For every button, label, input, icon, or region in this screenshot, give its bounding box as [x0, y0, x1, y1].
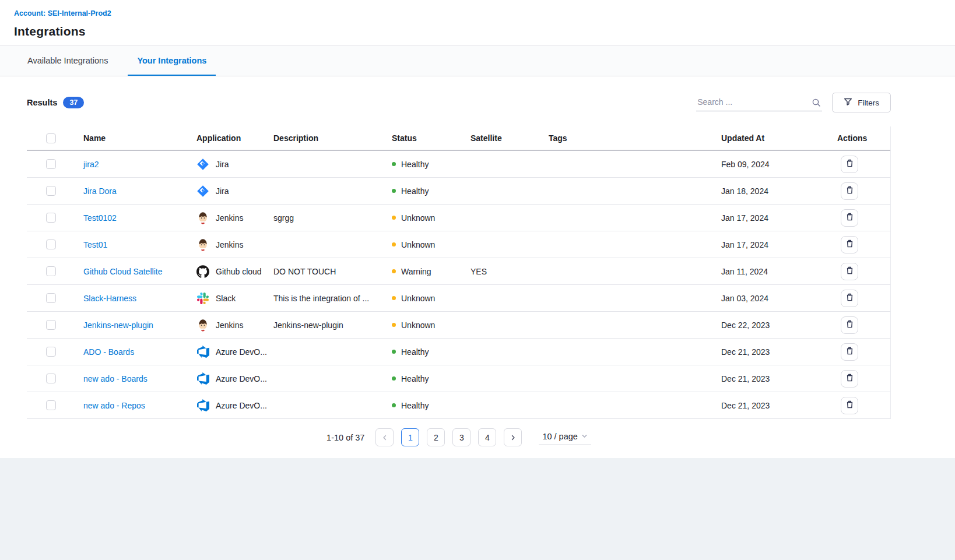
search-input[interactable] — [696, 94, 822, 111]
application-label: Jira — [216, 186, 229, 196]
trash-icon — [845, 159, 854, 170]
tab-your-integrations[interactable]: Your Integrations — [128, 46, 216, 76]
status-dot-icon — [392, 296, 396, 300]
integrations-panel: Results 37 Filters Name Application Des — [0, 76, 955, 458]
status-dot-icon — [392, 269, 396, 273]
trash-icon — [845, 373, 854, 384]
integration-name-link[interactable]: ADO - Boards — [83, 347, 134, 357]
pagination-range: 1-10 of 37 — [326, 433, 364, 442]
integration-name-link[interactable]: new ado - Repos — [83, 401, 145, 410]
status-label: Warning — [401, 267, 431, 276]
integration-name-link[interactable]: Test0102 — [83, 213, 117, 223]
application-label: Jenkins — [216, 240, 243, 249]
delete-button[interactable] — [841, 290, 858, 307]
row-checkbox[interactable] — [46, 320, 56, 330]
slack-icon — [196, 292, 209, 305]
delete-button[interactable] — [841, 156, 858, 173]
delete-button[interactable] — [841, 316, 858, 334]
table-row: Jira Dora Jira Healthy Jan 18, 2024 — [27, 178, 890, 205]
row-updated-at: Feb 09, 2024 — [721, 160, 837, 169]
row-checkbox[interactable] — [46, 159, 56, 169]
column-header-application: Application — [196, 133, 273, 143]
status-label: Healthy — [401, 374, 429, 383]
status-label: Unknown — [401, 213, 435, 223]
table-row: Test0102 Jenkins sgrgg Unknown Jan 17, 2… — [27, 205, 890, 231]
row-updated-at: Jan 18, 2024 — [721, 186, 837, 196]
search-box — [696, 94, 822, 111]
trash-icon — [845, 293, 854, 304]
filters-button[interactable]: Filters — [832, 93, 891, 112]
column-header-name: Name — [83, 133, 196, 143]
application-label: Github cloud — [216, 267, 262, 276]
page-size-label: 10 / page — [542, 432, 577, 441]
toolbar: Results 37 Filters — [27, 76, 891, 112]
table-row: new ado - Boards Azure DevO... Healthy D… — [27, 365, 890, 392]
integration-name-link[interactable]: Jenkins-new-plugin — [83, 320, 153, 330]
next-page-button[interactable] — [504, 428, 522, 446]
integration-name-link[interactable]: Github Cloud Satellite — [83, 267, 162, 276]
page-button-4[interactable]: 4 — [478, 428, 496, 446]
page-buttons: 1234 — [401, 428, 496, 446]
status-label: Unknown — [401, 320, 435, 330]
table-row: ADO - Boards Azure DevO... Healthy Dec 2… — [27, 339, 890, 365]
github-icon — [196, 265, 209, 278]
integration-name-link[interactable]: Test01 — [83, 240, 107, 249]
account-breadcrumb[interactable]: Account: SEI-Internal-Prod2 — [14, 9, 111, 17]
integration-name-link[interactable]: new ado - Boards — [83, 374, 148, 383]
filters-button-label: Filters — [858, 98, 879, 107]
delete-button[interactable] — [841, 236, 858, 253]
status-label: Unknown — [401, 294, 435, 303]
row-checkbox[interactable] — [46, 347, 56, 357]
status-dot-icon — [392, 162, 396, 166]
tab-bar: Available Integrations Your Integrations — [0, 46, 955, 76]
delete-button[interactable] — [841, 209, 858, 227]
page-size-select[interactable]: 10 / page — [539, 429, 591, 445]
application-label: Jenkins — [216, 213, 243, 223]
tab-available-integrations[interactable]: Available Integrations — [18, 46, 117, 76]
status-label: Healthy — [401, 347, 429, 357]
row-checkbox[interactable] — [46, 374, 56, 383]
integration-name-link[interactable]: Slack-Harness — [83, 294, 136, 303]
status-dot-icon — [392, 350, 396, 354]
trash-icon — [845, 239, 854, 250]
row-checkbox[interactable] — [46, 213, 56, 223]
azure-devops-icon — [196, 399, 209, 412]
trash-icon — [845, 185, 854, 196]
status-label: Healthy — [401, 186, 429, 196]
jenkins-icon — [196, 238, 209, 251]
status-label: Healthy — [401, 401, 429, 410]
row-checkbox[interactable] — [46, 266, 56, 276]
column-header-actions: Actions — [837, 133, 890, 143]
status-dot-icon — [392, 403, 396, 407]
row-updated-at: Jan 17, 2024 — [721, 213, 837, 223]
page-button-3[interactable]: 3 — [452, 428, 471, 446]
status-label: Unknown — [401, 240, 435, 249]
chevron-right-icon — [510, 434, 517, 441]
status-dot-icon — [392, 242, 396, 246]
row-checkbox[interactable] — [46, 400, 56, 410]
row-updated-at: Dec 21, 2023 — [721, 374, 837, 383]
integration-name-link[interactable]: Jira Dora — [83, 186, 117, 196]
delete-button[interactable] — [841, 397, 858, 414]
row-checkbox[interactable] — [46, 186, 56, 196]
delete-button[interactable] — [841, 182, 858, 200]
pagination: 1-10 of 37 1234 10 / page — [27, 428, 891, 450]
delete-button[interactable] — [841, 343, 858, 361]
row-checkbox[interactable] — [46, 240, 56, 249]
row-updated-at: Dec 22, 2023 — [721, 320, 837, 330]
row-checkbox[interactable] — [46, 293, 56, 303]
column-header-updated-at: Updated At — [721, 133, 837, 143]
prev-page-button[interactable] — [375, 428, 394, 446]
column-header-status: Status — [392, 133, 471, 143]
delete-button[interactable] — [841, 370, 858, 388]
integrations-table: Name Application Description Status Sate… — [27, 126, 891, 419]
page-button-1[interactable]: 1 — [401, 428, 419, 446]
row-description: This is the integration of ... — [273, 294, 392, 303]
select-all-checkbox[interactable] — [46, 133, 56, 143]
integration-name-link[interactable]: jira2 — [83, 160, 99, 169]
delete-button[interactable] — [841, 263, 858, 280]
page-button-2[interactable]: 2 — [427, 428, 445, 446]
table-body: jira2 Jira Healthy Feb 09, 2024 Jira Dor… — [27, 151, 890, 419]
status-label: Healthy — [401, 160, 429, 169]
table-row: jira2 Jira Healthy Feb 09, 2024 — [27, 151, 890, 178]
